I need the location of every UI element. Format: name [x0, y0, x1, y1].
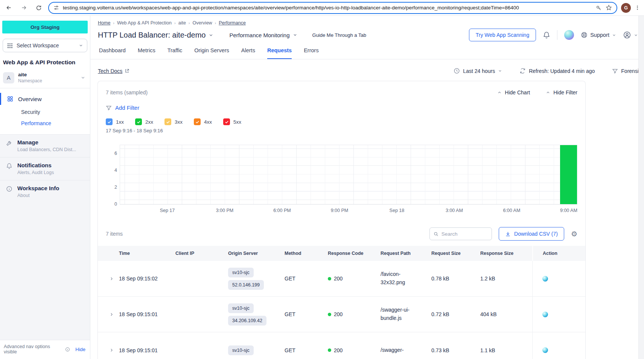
checkbox-label: 4xx	[204, 119, 212, 125]
filter-checkbox-3xx[interactable]: 3xx	[164, 118, 183, 125]
external-link-icon	[125, 68, 129, 73]
tab-alerts[interactable]: Alerts	[241, 47, 255, 59]
browser-menu-icon[interactable]	[635, 5, 640, 11]
breadcrumb-waap[interactable]: Web App & API Protection	[117, 20, 172, 26]
cell-origin-server: sv10-sjc 52.0.146.199	[228, 268, 285, 290]
breadcrumb-home[interactable]: Home	[98, 20, 110, 26]
cell-origin-server: sv10-sjc	[228, 345, 285, 355]
tab-dashboard[interactable]: Dashboard	[99, 47, 126, 59]
cell-response-size: 1.1 kB	[480, 347, 532, 353]
breadcrumb-performance[interactable]: Performance	[219, 20, 246, 26]
funnel-icon	[106, 105, 112, 111]
url-input[interactable]	[63, 5, 592, 11]
page-title: HTTP Load Balancer: aite-demo	[98, 31, 206, 39]
tab-traffic[interactable]: Traffic	[167, 47, 182, 59]
breadcrumb-namespace[interactable]: aite	[178, 20, 186, 26]
lb-title-selector[interactable]: HTTP Load Balancer: aite-demo	[98, 31, 213, 39]
hide-chart-label: Hide Chart	[505, 89, 530, 95]
namespace-selector[interactable]: A aite Namespace	[0, 68, 90, 88]
row-action-orb-icon[interactable]	[542, 276, 548, 282]
sidebar-item-manage[interactable]: Manage Load Balancers, CDN Dist...	[0, 135, 90, 158]
origin-server-pill[interactable]: sv10-sjc	[228, 303, 254, 313]
sidebar-item-notifications[interactable]: Notifications Alerts, Audit Logs	[0, 158, 90, 180]
requests-bar-chart: 0 2 4 6 Sep 17 3:00 PM 6:00 PM 9:00 PM S…	[120, 145, 577, 214]
table-settings-gear-icon[interactable]: ⚙	[571, 230, 577, 238]
tab-metrics[interactable]: Metrics	[138, 47, 155, 59]
assistant-orb-icon[interactable]	[564, 30, 574, 40]
filter-checkbox-1xx[interactable]: 1xx	[106, 118, 124, 125]
cell-time: 18 Sep 09:15:01	[119, 347, 175, 353]
sidebar-item-performance[interactable]: Performance	[0, 118, 90, 129]
row-action-orb-icon[interactable]	[542, 312, 548, 317]
tab-errors[interactable]: Errors	[304, 47, 318, 59]
add-filter-label: Add Filter	[115, 105, 139, 111]
time-range-selector[interactable]: Last 24 hours	[454, 68, 502, 74]
page-scrollbar[interactable]	[638, 16, 644, 359]
tab-origin-servers[interactable]: Origin Servers	[194, 47, 229, 59]
wrench-icon	[6, 140, 12, 152]
table-row[interactable]: 18 Sep 09:15:02 sv10-sjc 52.0.146.199 GE…	[98, 261, 585, 297]
bookmark-star-icon[interactable]	[606, 5, 612, 11]
chart-bar[interactable]	[560, 145, 577, 204]
table-search[interactable]	[429, 227, 492, 240]
browser-back-button[interactable]	[3, 2, 14, 14]
col-action: Action	[533, 251, 557, 256]
cell-response-code: 200	[334, 311, 343, 317]
chart-x-axis: Sep 17 3:00 PM 6:00 PM 9:00 PM Sep 18 3:…	[120, 204, 577, 214]
browser-reload-button[interactable]	[33, 2, 44, 14]
section-title: Workspace Info	[17, 185, 59, 191]
row-expand-chevron-icon[interactable]	[98, 312, 119, 317]
checkbox-label: 1xx	[116, 119, 124, 125]
account-menu[interactable]	[623, 31, 638, 39]
origin-server-pill[interactable]: sv10-sjc	[228, 345, 254, 355]
org-banner: Org Staging	[2, 21, 88, 33]
checkbox-checked-icon	[223, 118, 230, 125]
refresh-control[interactable]: Refresh: Updated 4 min ago	[519, 68, 595, 74]
origin-ip-pill[interactable]: 34.206.109.42	[228, 316, 266, 326]
info-icon	[65, 347, 70, 352]
download-csv-button[interactable]: Download CSV (7)	[499, 227, 564, 241]
col-request-size: Request Size	[431, 251, 480, 256]
view-selector[interactable]: Performance Monitoring	[229, 32, 297, 38]
refresh-icon	[519, 68, 526, 74]
breadcrumb-separator: ›	[215, 21, 216, 25]
filter-checkbox-4xx[interactable]: 4xx	[194, 118, 212, 125]
site-settings-icon[interactable]	[53, 5, 59, 11]
workspace-selector[interactable]: Select Workspace	[3, 39, 87, 52]
password-key-icon[interactable]	[596, 5, 602, 11]
row-expand-chevron-icon[interactable]	[98, 276, 119, 281]
filter-checkbox-5xx[interactable]: 5xx	[223, 118, 241, 125]
sidebar-item-security[interactable]: Security	[0, 106, 90, 118]
browser-forward-button[interactable]	[18, 2, 29, 14]
origin-ip-pill[interactable]: 52.0.146.199	[228, 280, 264, 290]
origin-server-pill[interactable]: sv10-sjc	[228, 268, 254, 277]
chart-time-range: 17 Sep 9:16 - 18 Sep 9:16	[106, 128, 577, 133]
table-row[interactable]: 18 Sep 09:15:01 sv10-sjc 34.206.109.42 G…	[98, 297, 585, 332]
filter-checkbox-2xx[interactable]: 2xx	[135, 118, 153, 125]
col-client-ip: Client IP	[175, 251, 228, 256]
chevron-down-icon	[81, 75, 85, 80]
notifications-bell-icon[interactable]	[543, 31, 550, 39]
cell-method: GET	[285, 347, 328, 353]
address-bar[interactable]	[48, 2, 617, 14]
sidebar-item-overview[interactable]: Overview	[0, 91, 90, 106]
download-csv-label: Download CSV (7)	[514, 231, 558, 237]
chevron-down-icon	[498, 69, 502, 73]
tech-docs-link[interactable]: Tech Docs	[98, 68, 129, 74]
hide-chart-toggle[interactable]: Hide Chart	[497, 89, 530, 95]
row-expand-chevron-icon[interactable]	[98, 348, 119, 353]
search-input[interactable]	[442, 231, 488, 237]
try-web-app-scanning-button[interactable]: Try Web App Scanning	[469, 29, 536, 41]
hide-advanced-nav-link[interactable]: Hide	[75, 347, 85, 352]
guide-me-link[interactable]: Guide Me Through a Tab	[312, 32, 366, 38]
breadcrumb-overview[interactable]: Overview	[193, 20, 212, 26]
hide-filter-toggle[interactable]: Hide Filter	[546, 89, 577, 95]
support-menu[interactable]: Support	[581, 32, 616, 38]
browser-profile-avatar[interactable]: G	[621, 3, 631, 13]
cell-response-size: 404 kB	[480, 311, 532, 317]
sidebar-item-workspace-info[interactable]: Workspace Info About	[0, 180, 90, 203]
table-row[interactable]: 18 Sep 09:15:01 sv10-sjc GET 200 /swagge…	[98, 332, 585, 359]
tab-requests[interactable]: Requests	[267, 47, 292, 59]
add-filter-button[interactable]: Add Filter	[106, 105, 577, 111]
row-action-orb-icon[interactable]	[542, 347, 548, 353]
